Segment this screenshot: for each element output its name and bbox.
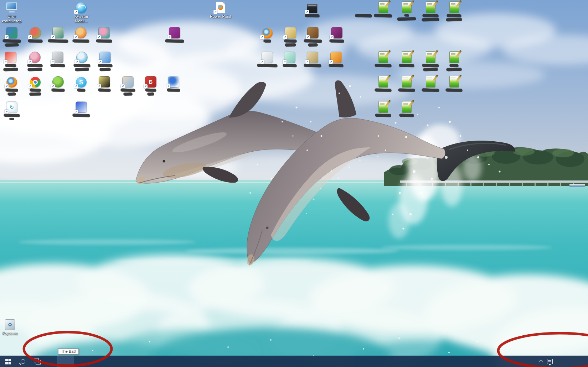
icon-green-doc-11[interactable] (417, 75, 444, 91)
icon-redacted-flowers-image: ↗ (29, 26, 42, 38)
icon-kyivstar-mobile-label: Kyivstar Mobil... (68, 14, 94, 23)
icon-green-doc-1[interactable] (370, 1, 397, 17)
shortcut-arrow-badge: ↗ (28, 84, 32, 88)
icon-redacted-red-white[interactable]: ↗ (0, 51, 24, 71)
shortcut-arrow-badge: ↗ (5, 84, 9, 88)
icon-this-pc-image (5, 1, 18, 13)
icon-redacted-purple-megaphone[interactable]: ↗ (161, 26, 188, 42)
icon-power-point[interactable]: ↗Power Point (207, 1, 234, 19)
icon-recycle-bin-image: ♻ (4, 318, 16, 330)
task-view-button[interactable] (30, 356, 44, 367)
shortcut-arrow-badge: ↗ (5, 35, 9, 39)
icon-green-doc-4-image (448, 1, 460, 13)
redacted-label-scribble (423, 14, 438, 17)
shortcut-arrow-badge: ↗ (28, 60, 32, 64)
icon-kyivstar-mobile[interactable]: ↗Kyivstar Mobil... (68, 1, 95, 23)
icon-green-doc-2[interactable] (393, 1, 420, 20)
shortcut-arrow-badge: ↗ (51, 35, 55, 39)
shortcut-arrow-badge: ↗ (166, 84, 170, 88)
action-center-button[interactable] (545, 356, 555, 367)
icon-redacted-blue-star[interactable]: ↗ (92, 51, 119, 71)
shortcut-arrow-badge: ↗ (167, 35, 171, 39)
icon-green-doc-8[interactable] (440, 51, 468, 71)
icon-skype-image: S↗ (75, 75, 88, 88)
icon-redacted-black-yellow[interactable]: ↗ (91, 75, 118, 91)
icon-green-doc-13[interactable] (370, 101, 397, 117)
icon-redacted-purple-book-image: ↗ (330, 26, 343, 38)
shortcut-arrow-badge: ↗ (98, 60, 102, 64)
icon-green-doc-3-image (424, 1, 437, 13)
icon-green-doc-7-image (424, 51, 437, 63)
icon-redacted-green-ball-image: ↗ (52, 75, 65, 88)
redacted-label-scribble (4, 68, 18, 71)
redacted-label-scribble (397, 17, 416, 20)
icon-green-doc-4-glyph-art (449, 1, 459, 13)
icon-green-doc-6[interactable] (393, 51, 420, 67)
icon-green-doc-6-image (400, 51, 413, 63)
icon-redacted-pink-star[interactable]: ↗ (91, 26, 118, 42)
search-button[interactable] (16, 356, 30, 367)
icon-green-doc-14[interactable] (393, 101, 420, 117)
icon-redacted-purple-book[interactable]: ↗ (323, 26, 350, 42)
icon-this-pc-glyph-art (6, 2, 17, 13)
redacted-label-scribble (51, 64, 65, 67)
redacted-label-scribble (422, 89, 439, 92)
icon-redacted-black-yellow-image: ↗ (98, 75, 111, 88)
icon-green-doc-5-glyph-art (378, 51, 388, 63)
shortcut-arrow-badge: ↗ (5, 110, 9, 114)
the-bat-tooltip: The Bat! (58, 348, 79, 355)
icon-redacted-purple-megaphone-image: ↗ (168, 26, 181, 38)
icon-green-doc-5-image (377, 51, 390, 63)
redacted-label-scribble (98, 89, 110, 92)
redacted-label-scribble (329, 64, 343, 67)
redacted-label-scribble (74, 64, 90, 67)
shortcut-arrow-badge: ↗ (305, 60, 309, 64)
redacted-label-scribble (124, 93, 132, 96)
icon-redacted-pink-star-image: ↗ (98, 26, 110, 38)
icon-green-doc-12[interactable] (440, 75, 468, 91)
shortcut-arrow-badge: ↗ (97, 35, 101, 39)
start-button[interactable] (0, 356, 16, 367)
redacted-label-scribble (375, 114, 391, 117)
redacted-label-scribble (399, 64, 414, 67)
icon-redacted-white-card-image: ↗ (261, 51, 274, 63)
icon-redacted-app-window[interactable]: ↗ (299, 1, 326, 17)
icon-redacted-red-letter-image: Б↗ (144, 75, 157, 88)
icon-green-doc-5[interactable] (370, 51, 397, 67)
redacted-label-scribble (73, 40, 89, 43)
icon-green-doc-3[interactable] (417, 1, 444, 21)
icon-redacted-label-only-image (357, 1, 370, 13)
icon-green-doc-7[interactable] (417, 51, 444, 71)
icon-redacted-white-blue[interactable]: ↗ (160, 75, 187, 91)
redacted-label-scribble (30, 89, 41, 92)
icon-green-doc-9[interactable] (370, 75, 397, 91)
icon-redacted-blue-suite[interactable]: ↗ (68, 101, 95, 117)
redacted-label-scribble (422, 18, 439, 21)
icon-recycle-bin[interactable]: ♻Корзина (0, 318, 24, 336)
windows-logo-icon (5, 359, 8, 361)
the-bat-app-button[interactable] (57, 356, 74, 367)
shortcut-arrow-badge: ↗ (213, 10, 217, 14)
icon-redacted-blue-cloud-image: ↗ (76, 51, 88, 63)
icon-redacted-beige-2[interactable]: ↗ (299, 51, 326, 67)
redacted-label-scribble (404, 14, 409, 16)
redacted-label-scribble (165, 40, 184, 43)
icon-redacted-gray-document[interactable]: ↗ (44, 51, 71, 67)
redacted-label-scribble (148, 93, 154, 95)
show-hidden-icons-button[interactable] (536, 356, 545, 367)
icon-green-doc-4[interactable] (440, 1, 468, 21)
icon-green-doc-8-glyph-art (449, 51, 459, 63)
icon-green-doc-13-image (377, 101, 390, 113)
icon-redacted-app-window-image: ↗ (306, 1, 319, 13)
icon-green-doc-10[interactable] (393, 75, 420, 91)
shortcut-arrow-badge: ↗ (51, 60, 55, 64)
icon-redacted-orange-heli[interactable]: ↗ (323, 51, 350, 67)
icon-redacted-sync-arrows[interactable]: ↻↗ (0, 101, 25, 120)
icon-redacted-brown[interactable]: ↗ (299, 26, 326, 46)
icon-green-doc-8-image (448, 51, 460, 63)
icon-this-pc[interactable]: Этот компьютер (0, 1, 25, 23)
redacted-label-scribble (330, 40, 344, 43)
icon-green-doc-11-image (424, 75, 437, 88)
icon-redacted-blue-star-image: ↗ (99, 51, 112, 63)
redacted-label-scribble (375, 89, 391, 92)
